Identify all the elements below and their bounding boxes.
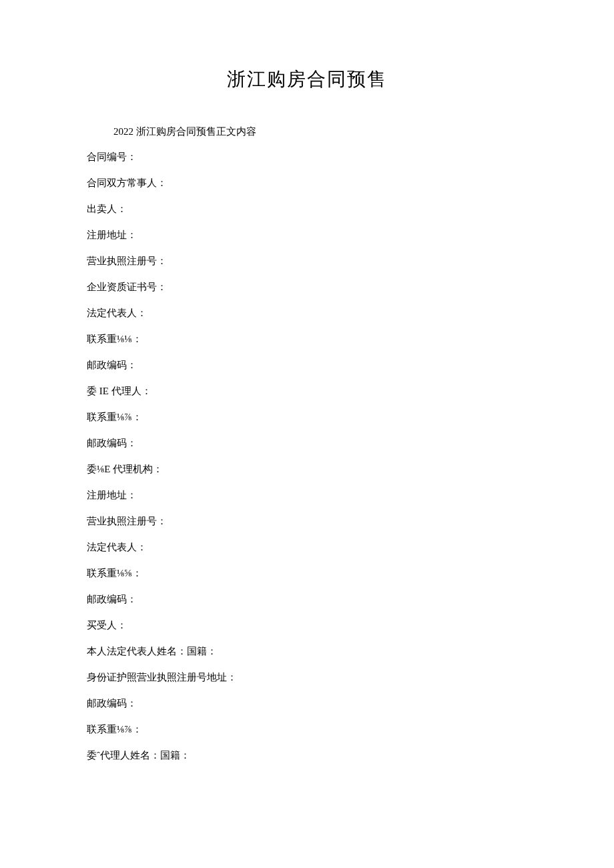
field-line: 邮政编码： xyxy=(87,592,527,606)
field-line: 联系重⅛⅞： xyxy=(87,723,527,737)
field-line: 企业资质证书号： xyxy=(87,280,527,294)
field-line: 注册地址： xyxy=(87,488,527,502)
document-title: 浙江购房合同预售 xyxy=(87,67,527,92)
field-line: 身份证护照营业执照注册号地址： xyxy=(87,671,527,685)
field-line: 本人法定代表人姓名：国籍： xyxy=(87,644,527,659)
field-line: 委ˆ代理人姓名：国籍： xyxy=(87,749,527,763)
field-line: 注册地址： xyxy=(87,228,527,242)
field-line: 法定代表人： xyxy=(87,540,527,554)
field-line: 邮政编码： xyxy=(87,697,527,711)
field-line: 邮政编码： xyxy=(87,436,527,450)
field-line: 联系重⅛⅝： xyxy=(87,566,527,580)
field-line: 联系重⅛⅛： xyxy=(87,332,527,346)
field-line: 合同编号： xyxy=(87,150,527,164)
field-line: 邮政编码： xyxy=(87,358,527,372)
field-line: 委⅛E 代理机构： xyxy=(87,462,527,476)
intro-text: 2022 浙江购房合同预售正文内容 xyxy=(87,125,527,138)
field-line: 法定代表人： xyxy=(87,306,527,320)
field-line: 出卖人： xyxy=(87,202,527,216)
field-line: 联系重⅛⅞： xyxy=(87,410,527,424)
field-line: 营业执照注册号： xyxy=(87,514,527,528)
field-line: 营业执照注册号： xyxy=(87,254,527,268)
field-line: 委 IE 代理人： xyxy=(87,384,527,398)
field-line: 合同双方常事人： xyxy=(87,176,527,190)
field-line: 买受人： xyxy=(87,618,527,632)
